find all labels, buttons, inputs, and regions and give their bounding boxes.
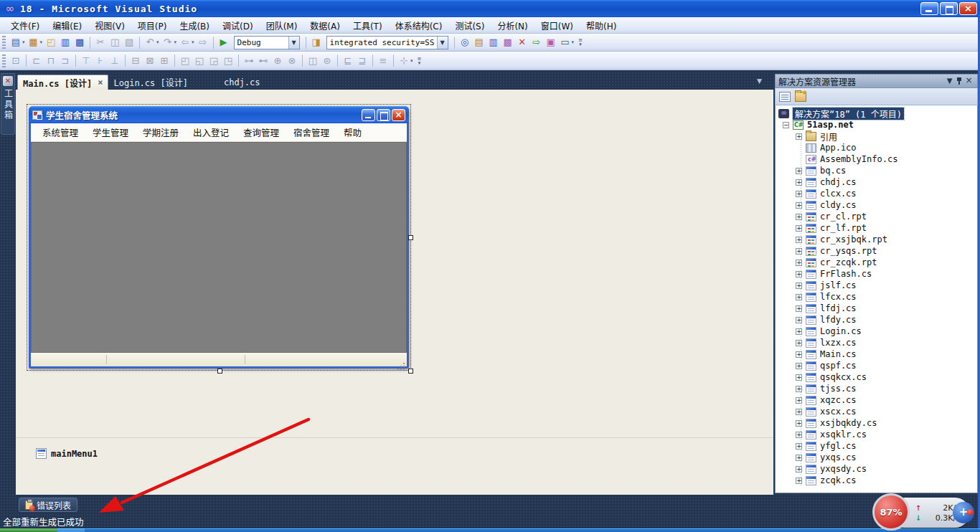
- make-vertical-spacing-equal-button[interactable]: ⊶: [242, 54, 256, 68]
- copy-button[interactable]: ◫: [108, 35, 122, 49]
- solution-explorer-header[interactable]: 解决方案资源管理器 ▼ ×: [775, 74, 978, 88]
- paste-button[interactable]: ▧: [122, 35, 136, 49]
- chevron-down-icon[interactable]: ▼: [437, 37, 448, 49]
- separator[interactable]: [393, 54, 394, 67]
- cut-button[interactable]: ✂: [93, 35, 108, 49]
- add-new-item-button[interactable]: ▦▾: [27, 35, 44, 49]
- tree-expand-icon[interactable]: +: [796, 443, 802, 450]
- menu-item[interactable]: 工具(T): [347, 18, 389, 33]
- close-button[interactable]: ×: [959, 2, 977, 15]
- assistant-ball-icon[interactable]: +: [953, 502, 974, 523]
- form-statusstrip[interactable]: [31, 353, 407, 366]
- properties-icon[interactable]: [779, 92, 791, 102]
- tree-expand-icon[interactable]: +: [796, 214, 802, 220]
- tab-login-cs-design[interactable]: Login.cs [设计]: [108, 75, 192, 90]
- tree-collapse-icon[interactable]: −: [783, 122, 789, 128]
- menu-item[interactable]: 生成(B): [173, 18, 216, 33]
- separator[interactable]: [302, 54, 303, 67]
- tree-expand-icon[interactable]: +: [796, 374, 802, 381]
- window-position-chevron-icon[interactable]: ▼: [944, 76, 955, 86]
- tree-expand-icon[interactable]: +: [796, 237, 802, 243]
- separator[interactable]: [213, 37, 214, 49]
- tree-item[interactable]: + qsqkcx.cs: [776, 371, 977, 383]
- tree-item[interactable]: + yxqsdy.cs: [776, 463, 977, 475]
- remove-vertical-spacing-button[interactable]: ⊗: [285, 54, 299, 68]
- form-menu-item[interactable]: 学期注册: [136, 123, 186, 141]
- align-lefts-button[interactable]: ⊏: [29, 54, 44, 68]
- menu-item[interactable]: 调试(D): [216, 18, 260, 33]
- tree-item[interactable]: + tjss.cs: [776, 383, 977, 394]
- snap-to-grid-button[interactable]: ⊡: [9, 54, 23, 68]
- toolbar-grip[interactable]: [2, 36, 6, 49]
- toolbox-button[interactable]: ✕: [515, 35, 529, 49]
- tab-order-button[interactable]: ⊹▾: [397, 54, 415, 68]
- menu-item[interactable]: 体系结构(C): [389, 18, 449, 33]
- new-project-button[interactable]: ▤▾: [9, 35, 27, 49]
- separator[interactable]: [306, 37, 306, 49]
- tree-item-solution[interactable]: 解决方案“18” (1 个项目): [776, 108, 977, 119]
- table-layout-button[interactable]: ≡: [376, 54, 390, 68]
- decrease-horizontal-spacing-button[interactable]: ◲: [207, 54, 221, 68]
- form-client-area[interactable]: [31, 142, 407, 353]
- tree-item-project[interactable]: − 51asp.net: [776, 119, 977, 130]
- tree-item[interactable]: + Login.cs: [776, 326, 977, 337]
- save-button[interactable]: ▥: [58, 35, 72, 49]
- show-all-files-icon[interactable]: [795, 92, 806, 102]
- tree-item[interactable]: + xsqklr.cs: [776, 429, 977, 440]
- separator[interactable]: [174, 54, 175, 67]
- tree-expand-icon[interactable]: +: [796, 363, 802, 369]
- tree-item[interactable]: + xsjbqkdy.cs: [776, 417, 977, 429]
- form-menu-item[interactable]: 查询管理: [236, 123, 286, 141]
- object-browser-button[interactable]: ▩: [501, 35, 515, 49]
- properties-window-button[interactable]: ▤: [472, 35, 486, 49]
- connection-string-select[interactable]: integrated security=SSPI;dat ▼: [326, 36, 448, 49]
- tree-expand-icon[interactable]: +: [796, 317, 802, 323]
- tree-item[interactable]: + yfgl.cs: [776, 440, 977, 452]
- separator[interactable]: [454, 37, 455, 49]
- center-horizontally-button[interactable]: ◫: [306, 54, 320, 68]
- open-file-button[interactable]: ◰: [44, 35, 58, 49]
- tree-item[interactable]: + qspf.cs: [776, 360, 977, 371]
- tree-expand-icon[interactable]: +: [796, 225, 802, 232]
- tree-item[interactable]: + lfdj.cs: [776, 303, 977, 314]
- tree-expand-icon[interactable]: +: [796, 340, 802, 346]
- tree-item[interactable]: + zcqk.cs: [776, 475, 977, 486]
- menu-item[interactable]: 数据(A): [303, 18, 347, 33]
- form-menu-item[interactable]: 出入登记: [186, 123, 236, 141]
- tree-expand-icon[interactable]: +: [796, 248, 802, 255]
- tree-expand-icon[interactable]: +: [796, 294, 802, 300]
- close-panel-icon[interactable]: ×: [963, 76, 974, 86]
- tree-expand-icon[interactable]: +: [796, 133, 802, 140]
- menu-item[interactable]: 视图(V): [88, 18, 131, 33]
- net-speed-widget[interactable]: ↑ 2K/s ↓ 0.3K/s 87% +: [872, 493, 976, 531]
- toolbox-tab[interactable]: ✕ 工具箱: [1, 73, 15, 135]
- solution-explorer-button[interactable]: ▥: [486, 35, 501, 49]
- tree-item[interactable]: + lxzx.cs: [776, 337, 977, 348]
- chevron-down-icon[interactable]: ▼: [288, 37, 299, 49]
- separator[interactable]: [75, 54, 76, 67]
- align-bottoms-button[interactable]: ⊥: [108, 54, 122, 68]
- tree-expand-icon[interactable]: +: [796, 351, 802, 358]
- connect-to-database-button[interactable]: ◨: [309, 35, 324, 49]
- auto-hide-pin-icon[interactable]: [955, 76, 963, 86]
- toolbar-overflow-button[interactable]: ≡▾: [418, 57, 422, 65]
- command-window-button[interactable]: ▭▾: [558, 35, 576, 49]
- start-debugging-button[interactable]: ▶: [217, 35, 231, 49]
- menu-item[interactable]: 分析(N): [491, 18, 534, 33]
- tree-item[interactable]: + jslf.cs: [776, 280, 977, 291]
- redo-button[interactable]: ↷▾: [161, 35, 179, 49]
- active-files-chevron-icon[interactable]: ▼: [757, 77, 762, 85]
- separator[interactable]: [238, 54, 239, 67]
- tree-item[interactable]: App.ico: [776, 142, 977, 153]
- tree-item[interactable]: + clcx.cs: [776, 188, 977, 199]
- resize-handle-bottom[interactable]: [217, 369, 222, 374]
- toolbar-overflow-button[interactable]: ≡▾: [578, 38, 583, 47]
- form-menu-item[interactable]: 系统管理: [35, 123, 85, 141]
- navigate-backward-button[interactable]: ⇦▾: [178, 35, 196, 49]
- make-same-height-button[interactable]: ⊞: [157, 54, 171, 68]
- center-vertically-button[interactable]: ⊜: [320, 54, 334, 68]
- resize-handle-right[interactable]: [408, 235, 413, 240]
- tree-expand-icon[interactable]: +: [796, 202, 802, 209]
- align-centers-button[interactable]: ⊓: [44, 54, 58, 68]
- find-in-files-button[interactable]: ◎: [458, 35, 472, 49]
